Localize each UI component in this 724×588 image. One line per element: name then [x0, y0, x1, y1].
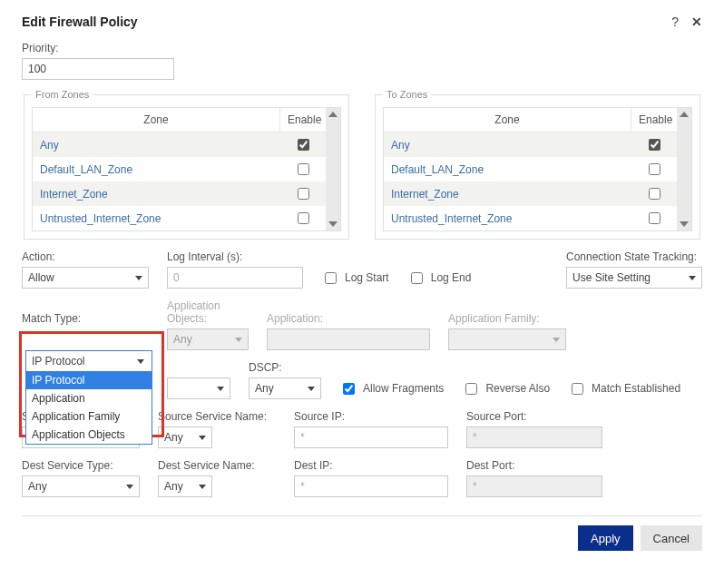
src-svc-name-value: Any [164, 431, 183, 444]
log-interval-label: Log Interval (s): [167, 250, 303, 263]
allow-fragments-checkbox[interactable] [343, 383, 355, 395]
zone-enable-checkbox[interactable] [649, 212, 660, 224]
reverse-also-checkbox[interactable] [465, 383, 477, 395]
dst-svc-name-field: Dest Service Name: Any [158, 459, 276, 497]
scroll-up-icon[interactable] [680, 112, 689, 117]
match-type-field: Match Type: [22, 312, 149, 350]
match-type-option[interactable]: Application Family [26, 407, 152, 426]
match-type-option[interactable]: Application [26, 389, 152, 407]
zone-name[interactable]: Untrusted_Internet_Zone [384, 207, 631, 230]
dscp-select[interactable]: Any [249, 377, 321, 399]
priority-input[interactable] [22, 58, 174, 80]
apply-button[interactable]: Apply [578, 525, 633, 551]
conn-state-value: Use Site Setting [572, 271, 651, 284]
match-established-label: Match Established [592, 382, 680, 395]
src-svc-name-select[interactable]: Any [158, 426, 212, 448]
conn-state-select[interactable]: Use Site Setting [566, 267, 702, 289]
to-zones-table: Zone Enable Any Default_LAN_Zone Interne… [383, 107, 692, 231]
chevron-down-icon [199, 436, 206, 440]
zone-enable-checkbox[interactable] [298, 212, 309, 224]
zone-name[interactable]: Untrusted_Internet_Zone [33, 207, 280, 230]
table-row: Internet_Zone [33, 181, 326, 206]
from-zones-header: Zone Enable [33, 108, 326, 132]
table-row: Any [33, 132, 326, 157]
log-start-check[interactable]: Log Start [321, 267, 389, 289]
dst-svc-name-select[interactable]: Any [158, 475, 212, 497]
zone-name[interactable]: Internet_Zone [384, 182, 631, 206]
reverse-also-label: Reverse Also [485, 382, 550, 395]
zone-enable-checkbox[interactable] [649, 139, 660, 151]
zone-name[interactable]: Any [33, 133, 280, 157]
app-family-select [448, 328, 566, 350]
zone-enable-checkbox[interactable] [298, 163, 309, 175]
zone-name[interactable]: Any [384, 133, 631, 157]
app-family-field: Application Family: [448, 312, 566, 350]
match-type-dropdown[interactable]: IP Protocol IP Protocol Application Appl… [25, 350, 152, 445]
action-select[interactable]: Allow [22, 267, 149, 289]
reverse-also-check[interactable]: Reverse Also [462, 377, 550, 399]
log-end-label: Log End [431, 271, 472, 284]
log-start-checkbox[interactable] [325, 272, 337, 284]
log-interval-field: Log Interval (s): [167, 250, 303, 289]
from-zones-col-zone: Zone [33, 108, 280, 132]
scroll-down-icon[interactable] [328, 221, 338, 227]
zone-name[interactable]: Default_LAN_Zone [384, 158, 631, 181]
to-zones-fieldset: To Zones Zone Enable Any Default_LAN_Zon… [375, 89, 700, 240]
scrollbar[interactable] [677, 108, 691, 230]
conn-state-label: Connection State Tracking: [566, 250, 702, 263]
app-family-label: Application Family: [448, 312, 566, 325]
from-zones-fieldset: From Zones Zone Enable Any Default_LAN_Z… [24, 89, 349, 240]
table-row: Default_LAN_Zone [33, 157, 326, 181]
priority-label: Priority: [22, 42, 702, 54]
dest-row: Dest Service Type: Any Dest Service Name… [22, 459, 702, 497]
allow-fragments-check[interactable]: Allow Fragments [339, 377, 444, 399]
zone-enable-checkbox[interactable] [298, 188, 309, 200]
chevron-down-icon [199, 485, 206, 489]
log-start-label: Log Start [345, 271, 389, 284]
cancel-button[interactable]: Cancel [641, 525, 702, 551]
zones-row: From Zones Zone Enable Any Default_LAN_Z… [22, 89, 702, 240]
log-interval-input[interactable] [167, 267, 303, 289]
match-established-check[interactable]: Match Established [568, 377, 680, 399]
match-type-selected[interactable]: IP Protocol [26, 351, 152, 371]
scrollbar[interactable] [326, 108, 340, 230]
action-row: Action: Allow Log Interval (s): Log Star… [22, 250, 702, 289]
zone-enable-checkbox[interactable] [649, 188, 660, 200]
dst-ip-field: Dest IP: [294, 459, 448, 497]
scroll-up-icon[interactable] [328, 112, 338, 117]
src-svc-name-field: Source Service Name: Any [158, 410, 276, 448]
app-objects-label: Application Objects: [167, 299, 249, 325]
chevron-down-icon [308, 387, 315, 391]
dst-svc-type-select[interactable]: Any [22, 475, 140, 497]
match-type-option[interactable]: IP Protocol [26, 371, 152, 389]
scroll-down-icon[interactable] [680, 221, 689, 227]
to-zones-legend: To Zones [383, 89, 431, 100]
match-type-option[interactable]: Application Objects [26, 426, 152, 444]
from-zones-table: Zone Enable Any Default_LAN_Zone Interne… [32, 107, 341, 231]
action-field: Action: Allow [22, 250, 149, 289]
zone-enable-checkbox[interactable] [298, 139, 309, 151]
dscp-field: DSCP: Any [249, 361, 321, 399]
zone-enable-checkbox[interactable] [649, 163, 660, 175]
zone-name[interactable]: Internet_Zone [33, 182, 280, 206]
dst-port-field: Dest Port: [466, 459, 602, 497]
log-end-check[interactable]: Log End [407, 267, 472, 289]
chevron-down-icon [553, 338, 560, 342]
match-established-checkbox[interactable] [572, 383, 583, 395]
log-end-checkbox[interactable] [411, 272, 423, 284]
chevron-down-icon [217, 387, 224, 391]
help-icon[interactable]: ? [671, 15, 679, 28]
chevron-down-icon [135, 276, 142, 280]
dst-ip-input[interactable] [294, 475, 448, 497]
app-objects-field: Application Objects: Any [167, 299, 249, 350]
dst-svc-type-value: Any [28, 480, 47, 493]
to-zones-col-zone: Zone [384, 108, 631, 132]
ip-protocol-select[interactable] [167, 377, 230, 399]
dst-port-input [466, 475, 602, 497]
application-field: Application: [267, 312, 430, 350]
action-value: Allow [28, 271, 54, 284]
dst-svc-name-value: Any [164, 480, 183, 493]
zone-name[interactable]: Default_LAN_Zone [33, 158, 280, 181]
src-ip-input[interactable] [294, 426, 448, 448]
close-icon[interactable]: ✕ [691, 15, 702, 28]
